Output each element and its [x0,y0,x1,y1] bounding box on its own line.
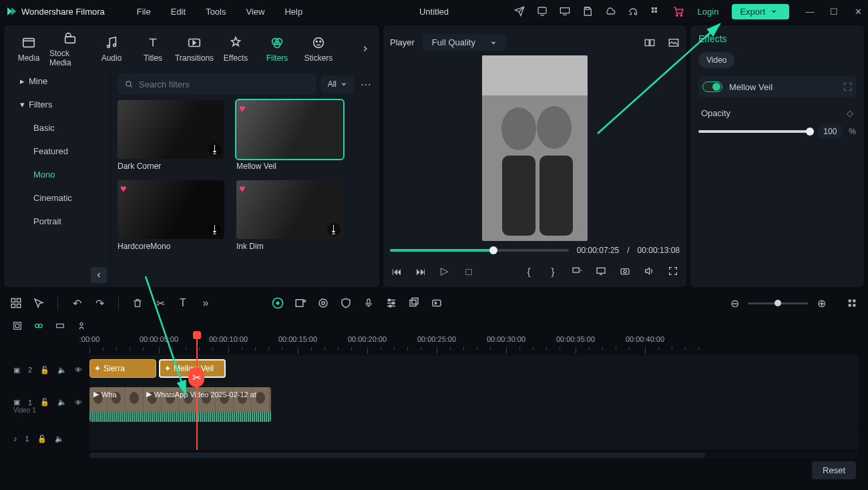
close-button[interactable]: ✕ [853,7,863,16]
undo-button[interactable]: ↶ [70,296,83,310]
cart-icon[interactable] [672,5,684,17]
export-button[interactable]: Export [732,4,789,19]
track-lock-icon[interactable]: 🔓 [37,435,47,443]
tl-tool-4[interactable] [76,320,87,331]
timeline-scrollbar[interactable] [89,453,859,458]
prev-frame-button[interactable]: ⏮ [390,264,403,278]
sidebar-portrait[interactable]: Portrait [4,210,110,233]
menu-file[interactable]: File [137,7,151,17]
favorite-icon[interactable]: ♥ [120,183,127,195]
delete-button[interactable] [131,296,144,310]
timeline-ruler[interactable]: :00:0000:00:05:0000:00:10:0000:00:15:000… [89,335,859,355]
sidebar-collapse-button[interactable] [91,267,107,283]
desktop-icon[interactable] [559,5,571,17]
layout-icon[interactable] [9,296,23,310]
split-button[interactable]: ✂ [154,296,167,310]
fullscreen-button[interactable] [666,264,680,278]
minimize-button[interactable]: ― [805,7,815,16]
tl-tool-2[interactable] [33,320,44,331]
send-icon[interactable] [513,5,525,17]
filter-all-dropdown[interactable]: All [321,75,354,93]
zoom-out-button[interactable]: ⊖ [728,296,741,310]
view-options-icon[interactable] [845,296,859,310]
inspector-video-pill[interactable]: Video [698,52,734,68]
compare-icon[interactable] [644,37,656,49]
menu-view[interactable]: View [246,7,264,17]
download-icon[interactable]: ⭳ [327,223,341,236]
ai-circle-icon[interactable] [271,296,284,310]
zoom-slider[interactable] [748,302,808,304]
menu-tools[interactable]: Tools [206,7,226,17]
favorite-icon[interactable]: ♥ [239,183,246,195]
sidebar-cinematic[interactable]: Cinematic [4,186,110,210]
preview-viewport[interactable] [390,55,680,241]
tab-titles[interactable]: Titles [132,35,174,63]
device-icon[interactable] [536,5,548,17]
filter-card-hardcoremono[interactable]: ♥⭳ HardcoreMono [118,180,224,251]
opacity-slider[interactable] [698,130,811,133]
favorite-icon[interactable]: ♥ [239,103,246,115]
redo-button[interactable]: ↷ [93,296,106,310]
adjust-icon[interactable] [385,296,398,310]
effect-clip[interactable]: ✦Sierra [89,359,156,378]
playhead[interactable] [196,335,198,450]
menu-help[interactable]: Help [284,7,302,17]
tab-transitions[interactable]: Transitions [174,35,215,63]
next-frame-button[interactable]: ⏭ [414,264,427,278]
tl-tool-3[interactable] [55,320,65,331]
opacity-value[interactable]: 100 [818,125,842,138]
zoom-in-button[interactable]: ⊕ [815,296,828,310]
volume-button[interactable] [642,264,656,278]
track-mute-icon[interactable]: 🔈 [57,398,67,407]
sidebar-featured[interactable]: Featured [4,140,110,163]
login-button[interactable]: Login [695,7,722,17]
tab-stickers[interactable]: Stickers [298,35,339,63]
pointer-icon[interactable] [32,296,45,310]
track-mute-icon[interactable]: 🔈 [55,435,64,443]
marker-menu-icon[interactable] [570,264,584,278]
download-icon[interactable]: ⭳ [208,223,222,236]
display-icon[interactable] [594,264,608,278]
player-seek-slider[interactable] [390,249,569,252]
mark-in-button[interactable]: { [522,264,535,278]
download-icon[interactable]: ⭳ [208,143,222,156]
filter-card-ink-dim[interactable]: ♥⭳ Ink Dim [236,180,343,251]
sidebar-mono[interactable]: Mono [4,163,110,186]
video-clip[interactable]: ▶Wha▶WhatsApp Video 2025-02-12 at [89,387,271,422]
sidebar-mine[interactable]: ▸ Mine [4,69,110,93]
save-icon[interactable] [582,5,594,17]
apps-icon[interactable] [650,5,662,17]
target-icon[interactable] [316,296,330,310]
play-button[interactable]: ▷ [438,264,451,278]
tab-stock[interactable]: Stock Media [49,30,91,67]
stop-button[interactable]: □ [462,264,475,278]
search-filters-input[interactable] [118,73,316,95]
snapshot-button[interactable] [618,264,632,278]
more-tools-icon[interactable]: » [199,296,212,310]
sidebar-basic[interactable]: Basic [4,116,110,140]
tab-effects[interactable]: Effects [215,35,256,63]
track-visible-icon[interactable]: 👁 [75,366,82,374]
tab-audio[interactable]: Audio [91,35,132,63]
speed-icon[interactable] [430,296,443,310]
inspector-tab-effects[interactable]: Effects [698,31,856,52]
tabs-more-icon[interactable] [355,44,375,53]
maximize-button[interactable]: ☐ [829,7,839,16]
mark-out-button[interactable]: } [546,264,560,278]
shield-icon[interactable] [339,296,353,310]
audio-track[interactable] [89,427,859,450]
quality-dropdown[interactable]: Full Quality [423,34,506,51]
tl-tool-1[interactable] [12,320,23,331]
sidebar-filters[interactable]: ▾ Filters [4,93,110,116]
record-screen-icon[interactable] [294,296,307,310]
opacity-reset-icon[interactable]: ◇ [847,108,853,118]
tab-media[interactable]: Media [8,35,49,63]
reset-button[interactable]: Reset [812,461,856,479]
track-mute-icon[interactable]: 🔈 [57,366,67,375]
text-tool-button[interactable]: T [176,296,190,310]
video-track[interactable]: ▶Wha▶WhatsApp Video 2025-02-12 at [89,385,859,427]
menu-edit[interactable]: Edit [171,7,186,17]
browser-more-icon[interactable]: ⋯ [359,78,373,91]
effect-track[interactable]: ✦Sierra✦Mellow Veil [89,355,859,385]
filter-card-dark-corner[interactable]: ⭳ Dark Corner [118,100,224,171]
